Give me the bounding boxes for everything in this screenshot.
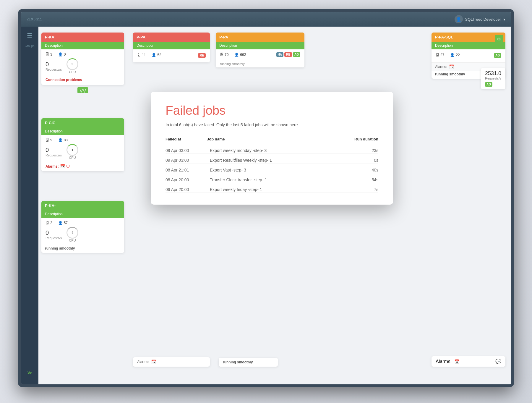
main-content: P-KA Description 🗄 3 👤 0 bbox=[38, 27, 511, 384]
scroll-down-indicator[interactable]: ⋁⋁ bbox=[77, 87, 88, 93]
alarm-icons-pcic: 📅 ⬡ bbox=[60, 164, 70, 169]
card-pka2-requests: 0 Requests/s bbox=[46, 229, 62, 240]
badge-ag: AG bbox=[293, 52, 300, 57]
alarms-label2: Alarms: bbox=[137, 360, 149, 364]
db-icon4: 🗄 bbox=[137, 53, 141, 57]
user-dropdown-icon[interactable]: ▾ bbox=[503, 17, 505, 22]
job-date-2: 08 Apr 21:01 bbox=[166, 164, 207, 173]
card-pka2-status: running smoothly bbox=[41, 245, 124, 253]
sidebar-item-collapse[interactable]: ≫ bbox=[21, 367, 38, 378]
job-date-3: 08 Apr 20:00 bbox=[166, 173, 207, 183]
card-pka-cpu: 5 CPU bbox=[66, 58, 78, 74]
cpu-circle-pka2: ? bbox=[66, 227, 78, 239]
sidebar-item-menu[interactable]: ☰ bbox=[21, 30, 38, 41]
card-ppasql-header: P-PA-SQL bbox=[432, 33, 505, 42]
badge-re: RE bbox=[198, 53, 206, 58]
card-ppa-databases: 🗄 11 bbox=[137, 53, 146, 57]
card-ppa-users: 👤 52 bbox=[152, 53, 161, 57]
job-date-0: 09 Apr 03:00 bbox=[166, 144, 207, 154]
db-icon5: 🗄 bbox=[220, 53, 223, 57]
job-duration-1: 0s bbox=[349, 154, 378, 164]
job-name-3: Transfer Clock transfer -step- 1 bbox=[207, 173, 349, 183]
card-ppasql-desc: Description bbox=[432, 42, 505, 49]
user-name: SQLTreeo Developer bbox=[465, 17, 501, 22]
card-ppa-orange-users: 👤 662 bbox=[234, 53, 246, 57]
user-icon5: 👤 bbox=[234, 53, 239, 57]
db-icon: 🗄 bbox=[46, 52, 49, 56]
bottom-alarms: Alarms: 📅 bbox=[137, 360, 206, 364]
card-pka: P-KA Description 🗄 3 👤 0 bbox=[41, 33, 124, 94]
bottom-right-alarms: Alarms: 📅 bbox=[436, 359, 459, 364]
col-failed-at: Failed at bbox=[166, 135, 207, 144]
badge-ag3: AG bbox=[485, 82, 492, 87]
card-pka-header: P-KA bbox=[41, 33, 124, 42]
db-icon2: 🗄 bbox=[46, 138, 49, 142]
table-row: 09 Apr 03:00 Export Resultfiles Weekly -… bbox=[166, 154, 378, 164]
card-pka2-cpu: ? CPU bbox=[66, 227, 78, 242]
bottom-alarm-strip: Alarms: 📅 bbox=[133, 357, 210, 367]
right-number-card: 2531.0 Requests/s AG bbox=[481, 68, 505, 89]
table-row: 08 Apr 21:01 Export Vast -step- 3 40s bbox=[166, 164, 378, 173]
table-row: 06 Apr 20:00 Export weekly friday -step-… bbox=[166, 183, 378, 193]
col-job-name: Job name bbox=[207, 135, 349, 144]
job-duration-0: 23s bbox=[349, 144, 378, 154]
card-ppa-desc: Description bbox=[133, 42, 210, 49]
db-icon3: 🗄 bbox=[46, 221, 49, 225]
calendar-alarm-icon3[interactable]: 📅 bbox=[151, 360, 156, 364]
cpu-circle-pcic: 1 bbox=[66, 144, 78, 156]
share-alarm-icon[interactable]: ⬡ bbox=[66, 164, 70, 169]
app-window: v1.0.0:211 👤 SQLTreeo Developer ▾ ☰ Grou… bbox=[21, 12, 511, 384]
card-pka-status: Connection problems bbox=[41, 77, 124, 85]
card-ppa: P-PA Description 🗄 11 👤 52 bbox=[133, 33, 210, 62]
card-ppa-orange-desc: Description bbox=[216, 42, 304, 49]
job-date-4: 06 Apr 20:00 bbox=[166, 183, 207, 193]
db-icon6: 🗄 bbox=[436, 53, 439, 57]
modal-subtitle: In total 6 job(s) have failed. Only the … bbox=[166, 122, 378, 127]
sidebar: ☰ Groups ≫ bbox=[21, 27, 38, 384]
card-pka2: P-KA- Description 🗄 2 👤 57 bbox=[41, 201, 124, 253]
card-pka2-databases: 🗄 2 bbox=[46, 221, 52, 225]
user-icon3: 👤 bbox=[58, 221, 63, 225]
table-row: 09 Apr 03:00 Export weekly monday -step-… bbox=[166, 144, 378, 154]
chat-icon2[interactable]: 💬 bbox=[495, 359, 501, 364]
card-ppa-orange-body: 🗄 70 👤 662 HA RE AG bbox=[216, 49, 304, 61]
card-ppa-header: P-PA bbox=[133, 33, 210, 42]
card-ppa-orange-databases: 🗄 70 bbox=[220, 53, 228, 57]
failed-jobs-modal: Failed jobs In total 6 job(s) have faile… bbox=[151, 92, 393, 205]
card-pcic-requests: 0 Requests/s bbox=[46, 147, 62, 157]
card-pcic-cpu: 1 CPU bbox=[66, 144, 78, 159]
card-pka-databases: 🗄 3 bbox=[46, 52, 52, 56]
modal-title: Failed jobs bbox=[166, 103, 378, 118]
card-ppa-orange: P-PA Description 🗄 70 👤 662 bbox=[216, 33, 304, 67]
running-smoothly-strip: running smoothly bbox=[219, 358, 278, 367]
calendar-alarm-icon4[interactable]: 📅 bbox=[454, 359, 459, 364]
gear-button[interactable]: ⚙ bbox=[495, 35, 503, 43]
user-avatar: 👤 bbox=[455, 15, 463, 23]
job-duration-3: 54s bbox=[349, 173, 378, 183]
job-date-1: 09 Apr 03:00 bbox=[166, 154, 207, 164]
user-icon6: 👤 bbox=[450, 53, 455, 57]
failed-jobs-table: Failed at Job name Run duration 09 Apr 0… bbox=[166, 135, 378, 193]
running-smoothly-label: running smoothly bbox=[223, 360, 274, 364]
card-ppasql-users: 👤 22 bbox=[450, 53, 460, 57]
card-pcic: P-CIC Description 🗄 9 👤 88 bbox=[41, 118, 124, 171]
job-duration-4: 7s bbox=[349, 183, 378, 193]
card-pcic-header: P-CIC bbox=[41, 118, 124, 127]
badge-ag2: AG bbox=[494, 53, 501, 58]
calendar-alarm-icon2[interactable]: 📅 bbox=[449, 64, 454, 69]
badge-re2: RE bbox=[284, 52, 292, 57]
calendar-alarm-icon[interactable]: 📅 bbox=[60, 164, 65, 169]
job-duration-2: 40s bbox=[349, 164, 378, 173]
user-icon4: 👤 bbox=[152, 53, 156, 57]
card-pka2-desc: Description bbox=[41, 210, 124, 218]
card-pka2-header: P-KA- bbox=[41, 201, 124, 210]
monitor-frame: v1.0.0:211 👤 SQLTreeo Developer ▾ ☰ Grou… bbox=[18, 9, 514, 387]
card-pka2-users: 👤 57 bbox=[58, 221, 68, 225]
job-name-1: Export Resultfiles Weekly -step- 1 bbox=[207, 154, 349, 164]
badge-ha: HA bbox=[276, 52, 283, 57]
user-icon: 👤 bbox=[58, 52, 63, 56]
top-bar-right: 👤 SQLTreeo Developer ▾ bbox=[455, 15, 505, 23]
table-row: 08 Apr 20:00 Transfer Clock transfer -st… bbox=[166, 173, 378, 183]
card-ppa-body: 🗄 11 👤 52 RE bbox=[133, 49, 210, 62]
card-pcic-alarms: Alarms: 📅 ⬡ bbox=[41, 162, 124, 171]
